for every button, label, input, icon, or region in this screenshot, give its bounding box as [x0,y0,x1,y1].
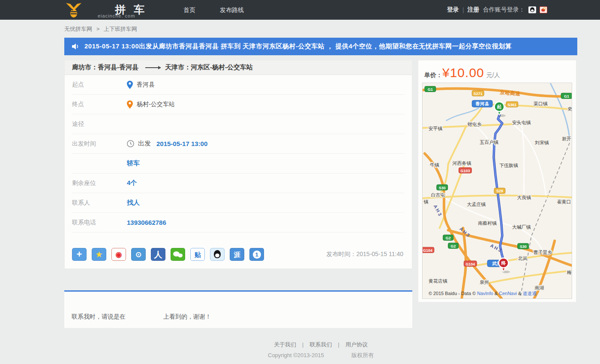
road-badge: G1 [425,86,436,92]
svg-text:G103: G103 [460,169,470,173]
price-unit: 元/人 [486,72,500,79]
login-link[interactable]: 登录 [447,6,459,14]
footer-separator: | [338,341,339,348]
map-town-label: 黄花店镇 [429,278,447,283]
footer-separator: | [302,341,303,348]
start-label: 起点 [72,81,127,89]
contact-note: 联系我时，请说是在上看到的，谢谢！ [72,313,211,321]
svg-text:S361: S361 [507,103,516,107]
publish-time: 发布时间：2015-05-15 11:40 [327,251,404,258]
end-label: 终点 [72,101,127,108]
start-pin-icon [127,81,133,89]
tieba-share-icon[interactable]: 贴 [190,248,205,261]
svg-text:S29: S29 [496,189,503,193]
footer-link-contact[interactable]: 联系我们 [310,341,332,348]
tianya-glyph: 涯 [234,251,240,258]
via-label: 途径 [72,120,127,128]
footer-links: 关于我们|联系我们|用户协议 [64,341,577,349]
announcement-banner: 2015-05-17 13:00出发从廊坊市香河县香河县 拼车到 天津市河东区杨… [64,38,577,55]
row-departure-time: 出发时间 出发 2015-05-17 13:00 [72,134,405,154]
logo-icon [64,2,83,18]
divider: | [462,6,464,13]
map-attribution: © 2015 Baidu - Data © NavInfo & CenNavi … [429,291,537,296]
price-amount: ¥10.00 [442,66,484,80]
route-title: 廊坊市：香河县-香河县 天津市：河东区-杨村-公交车站 [65,60,412,75]
clock-icon [127,140,134,147]
city-pill-xianghe: 香河县 [472,100,492,107]
contact-label: 联系人 [72,199,127,207]
brand-domain: eiacinche. com [98,13,135,18]
map-town-label: 白古屯 [431,192,445,197]
road-badge: G1 [561,93,572,98]
map-town-label: 渠口镇 [534,101,548,106]
svg-text:S271: S271 [474,92,483,96]
seats-label: 剩余座位 [72,179,127,187]
renren-share-icon[interactable]: 人 [151,248,165,261]
copyright-right: 版权所有 [351,352,374,358]
sina-weibo-share-icon[interactable]: ◉ [111,248,126,261]
route-from: 廊坊市：香河县-香河县 [72,63,138,72]
departure-prefix: 出发 [138,140,151,148]
road-badge: G2 [448,243,459,248]
tieba-glyph: 贴 [195,251,201,258]
road-badge: S30 [437,185,448,190]
qq-login-icon[interactable] [528,6,536,13]
daodaotong-link[interactable]: 道道通 [522,291,537,296]
map-town-label: 南湖 [535,285,544,290]
map-town-label: 安头屯镇 [512,120,531,125]
row-start: 起点 香河县 [72,75,405,95]
navinfo-link[interactable]: NavInfo [477,291,493,296]
map-town-label: 梅 [567,270,572,275]
svg-text:G104: G104 [423,248,432,253]
footer: 关于我们|联系我们|用户协议 Copyright ©2013-2015版权所有 [64,341,577,359]
contact-value: 找人 [127,199,140,207]
breadcrumb: 无忧拼车网 > 上下班拼车网 [64,25,140,33]
price-map-panel: 单价： ¥10.00 元/人 [418,60,576,302]
footer-link-agreement[interactable]: 用户协议 [345,341,368,348]
end-value: 杨村-公交车站 [137,101,175,108]
trip-detail-card: 廊坊市：香河县-香河县 天津市：河东区-杨村-公交车站 起点 香河县 终点 杨村… [64,60,412,269]
map-town-label: 安平镇 [428,126,442,131]
map-town-label: 北岚 [518,256,528,261]
route-map[interactable]: 京哈高速 A H 3 A H 3 A H 3 G1 S271 G1 S361 G… [422,83,572,299]
announcement-text: 2015-05-17 13:00出发从廊坊市香河县香河县 拼车到 天津市河东区杨… [84,42,512,51]
tencent-weibo-share-icon[interactable]: ⊙ [131,248,146,261]
map-town-label: 新开 [562,136,571,141]
qq-share-icon[interactable] [210,248,225,261]
qzone-share-icon[interactable]: ★ [92,248,106,261]
route-to: 天津市：河东区-杨村-公交车站 [165,63,253,72]
map-town-label: 大孟庄镇 [467,202,486,207]
nav-publish-route[interactable]: 发布路线 [220,0,244,20]
speaker-icon [72,43,79,50]
row-phone: 联系电话 13930662786 [72,213,405,233]
cennavi-link[interactable]: CenNavi [499,291,517,296]
svg-text:起: 起 [497,104,502,109]
road-badge: S361 [506,101,518,107]
road-badge: S30 [518,243,529,249]
tianya-share-icon[interactable]: 涯 [230,248,244,261]
footer-link-about[interactable]: 关于我们 [274,341,296,348]
svg-text:G2: G2 [446,236,451,240]
wechat-share-icon[interactable] [171,248,185,261]
map-town-label: 下伍旗镇 [499,163,518,168]
weibo-login-icon[interactable] [540,6,547,13]
phone-value: 13930662786 [127,219,166,226]
map-town-label: 镇 [423,199,428,204]
partner-login-label: 合作账号登录： [483,6,525,14]
breadcrumb-current: 上下班拼车网 [104,26,137,32]
svg-text:G1: G1 [564,94,569,98]
row-seats: 剩余座位 4个 [72,173,405,193]
price-row: 单价： ¥10.00 元/人 [418,60,576,82]
row-car-type: 轿车 [72,154,405,173]
svg-text:终: 终 [501,260,506,266]
one-key-share-icon[interactable]: 1 [249,248,264,261]
breadcrumb-root[interactable]: 无忧拼车网 [64,26,92,32]
nav-home[interactable]: 首页 [183,0,195,20]
more-share-glyph: + [77,250,82,259]
start-value: 香河县 [137,81,155,89]
map-town-label: 钳屯乡 [467,122,482,127]
map-town-label: 崔黄口 [557,199,571,204]
road-badge: S29 [494,188,505,194]
more-share-icon[interactable]: + [72,248,87,261]
register-link[interactable]: 注册 [468,6,480,14]
